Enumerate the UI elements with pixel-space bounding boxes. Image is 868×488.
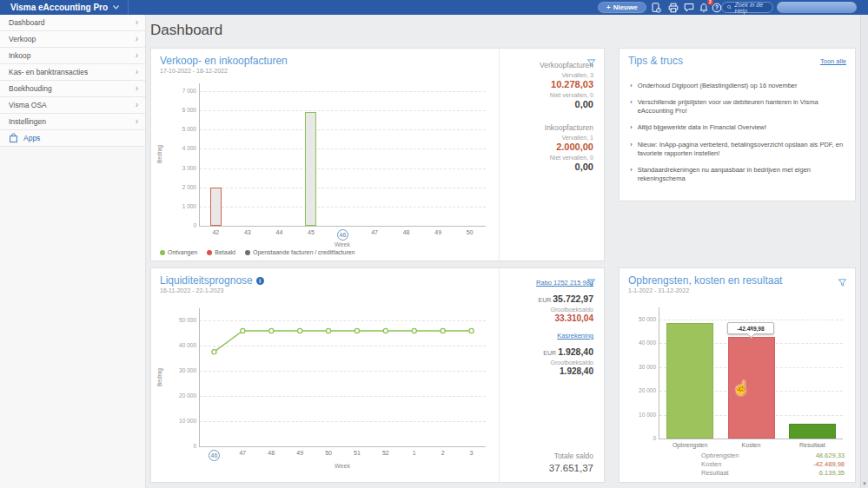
sidebar-item-boekhouding[interactable]: Boekhouding› [0, 81, 145, 97]
x-tick-label: 49 [422, 229, 454, 235]
legend-dot [245, 250, 250, 255]
summary-value: -42.489,98 [813, 460, 845, 469]
tip-item[interactable]: ›Onderhoud Digipoort (Belastingdienst) o… [630, 82, 845, 90]
x-tick-label: 48 [257, 450, 286, 456]
chevron-down-icon [113, 5, 119, 10]
sidebar-item-inkoop[interactable]: Inkoop› [0, 48, 145, 64]
scroll-down-arrow-icon[interactable]: ▾ [861, 480, 868, 487]
card-subtitle-liquiditeit: 16-11-2022 - 22-1-2023 [160, 287, 223, 293]
summary-value: 6.139,35 [819, 469, 845, 478]
help-search-input[interactable]: Zoek in de Help [721, 2, 773, 13]
x-tick-label: 46 [200, 450, 229, 461]
sidebar-item-label: Boekhouding [9, 84, 52, 93]
x-tick-label: 2 [428, 450, 457, 456]
x-tick-label: 47 [229, 450, 257, 456]
bar-opbrengsten[interactable] [666, 323, 713, 439]
x-tick-label: 3 [457, 450, 486, 456]
filter-icon[interactable] [838, 275, 847, 291]
x-tick-label: 51 [343, 450, 372, 456]
card-title-resultaat: Opbrengsten, kosten en resultaat [628, 274, 782, 287]
x-tick-label: Kosten [720, 442, 781, 448]
tip-item[interactable]: ›Altijd bijgewerkte data in Financial Ov… [630, 123, 845, 132]
bank-account-link[interactable]: Kasrekening [510, 332, 593, 340]
account-balance: EUR1.928,40 [510, 343, 593, 359]
tip-item[interactable]: ›Standaardrekeningen nu aanpasbaar in be… [630, 166, 845, 183]
x-tick-label: 50 [454, 229, 486, 235]
sidebar-item-dashboard[interactable]: Dashboard› [0, 15, 145, 31]
sidebar-item-kas-en-banktransacties[interactable]: Kas- en banktransacties› [0, 64, 145, 81]
info-icon[interactable]: i [256, 277, 264, 285]
y-tick-label: 50 000 [620, 316, 656, 322]
chevron-right-icon: › [136, 35, 138, 43]
tip-item-text: Standaardrekeningen nu aanpasbaar in bed… [638, 166, 845, 183]
current-week-marker: 46 [209, 450, 220, 461]
tip-item[interactable]: ›Nieuw: InApp-pagina verbeterd, betaling… [630, 141, 845, 158]
sidebar-item-label: Inkoop [9, 51, 31, 60]
print-icon[interactable] [667, 2, 679, 13]
y-tick-label: 6 000 [160, 107, 196, 113]
chevron-right-icon: › [136, 18, 138, 27]
sidebar-item-instellingen[interactable]: Instellingen› [0, 114, 145, 130]
messages-icon[interactable] [683, 2, 695, 13]
x-tick-label: 43 [232, 229, 264, 235]
current-week-marker: 46 [337, 229, 348, 241]
sidebar-item-visma-osa[interactable]: Visma OSA› [0, 97, 145, 114]
chevron-right-icon: › [136, 117, 138, 126]
bar-45[interactable] [305, 112, 316, 226]
chevron-right-icon: › [136, 101, 138, 109]
x-tick-label: 52 [371, 450, 400, 456]
x-tick-label: 46 [327, 229, 359, 241]
x-tick-label: 47 [359, 229, 391, 235]
new-button[interactable]: + Nieuwe [598, 2, 646, 13]
row-value: 10.278,03 [510, 79, 593, 89]
y-tick-label: 10 000 [620, 412, 656, 418]
plus-icon: + [606, 3, 611, 11]
x-tick-label: 1 [400, 450, 428, 456]
y-tick-label: 40 000 [620, 340, 656, 346]
bar-42[interactable] [210, 188, 222, 226]
vertical-scrollbar[interactable]: ▾ [860, 15, 868, 488]
tip-item[interactable]: ›Verschillende prijslijsten voor uw debi… [630, 98, 845, 115]
chevron-right-icon: › [630, 141, 633, 158]
section-title: Verkoopfacturen [510, 61, 593, 69]
row-label: Niet vervallen, 0 [510, 155, 593, 161]
chevron-right-icon: › [136, 68, 138, 76]
sidebar-item-apps[interactable]: Apps [0, 130, 145, 147]
gridline [200, 110, 486, 111]
notifications-bell-icon[interactable]: 2 [698, 2, 710, 13]
y-tick-label: 1 000 [160, 203, 196, 209]
company-switcher[interactable]: Visma eAccounting Pro [0, 0, 129, 15]
chevron-right-icon: › [630, 82, 633, 90]
chevron-right-icon: › [136, 51, 138, 60]
tips-list: ›Onderhoud Digipoort (Belastingdienst) o… [630, 82, 845, 191]
bar-tooltip: -42.489,98 [727, 322, 774, 334]
x-tick-label: 49 [286, 450, 315, 456]
card-tips-trucs: Tips & trucs Toon alle ›Onderhoud Digipo… [619, 48, 856, 201]
card-title-tips: Tips & trucs [628, 55, 683, 67]
card-verkoop-inkoopfacturen: Verkoop- en inkoopfacturen 17-10-2022 - … [150, 48, 605, 261]
bank-account-link[interactable]: Rabo 1252 215 983 [510, 279, 593, 287]
legend-dot [160, 250, 165, 255]
balance-value: 1.928,40 [558, 346, 593, 357]
account-menu-blurred[interactable] [777, 2, 857, 13]
ledger-balance-value: 33.310,04 [510, 313, 593, 323]
row-value: 2.000,00 [510, 142, 593, 152]
y-tick-label: 4 000 [160, 145, 196, 151]
card-title-liquiditeit: Liquiditeitsprognose [160, 274, 253, 287]
tip-item-text: Verschillende prijslijsten voor uw debit… [638, 98, 845, 115]
x-tick-label: 44 [263, 229, 295, 235]
y-tick-label: 0 [160, 222, 196, 228]
bar-resultaat[interactable] [789, 424, 836, 439]
section-title: Inkoopfacturen [510, 123, 593, 132]
chevron-right-icon: › [630, 166, 633, 183]
sidebar-item-verkoop[interactable]: Verkoop› [0, 31, 145, 48]
recent-documents-icon[interactable] [650, 2, 662, 13]
show-all-link[interactable]: Toon alle [820, 57, 846, 65]
row-value: 0,00 [510, 162, 593, 172]
x-tick-label: 50 [315, 450, 343, 456]
new-button-label: Nieuwe [613, 3, 638, 11]
sidebar-item-label: Verkoop [9, 35, 36, 43]
row-label: Vervallen, 3 [510, 72, 593, 78]
line-chart-liquiditeit: 010 00020 00030 00040 00050 000464748495… [199, 308, 486, 447]
summary-row: Kosten-42.489,98 [701, 460, 845, 469]
